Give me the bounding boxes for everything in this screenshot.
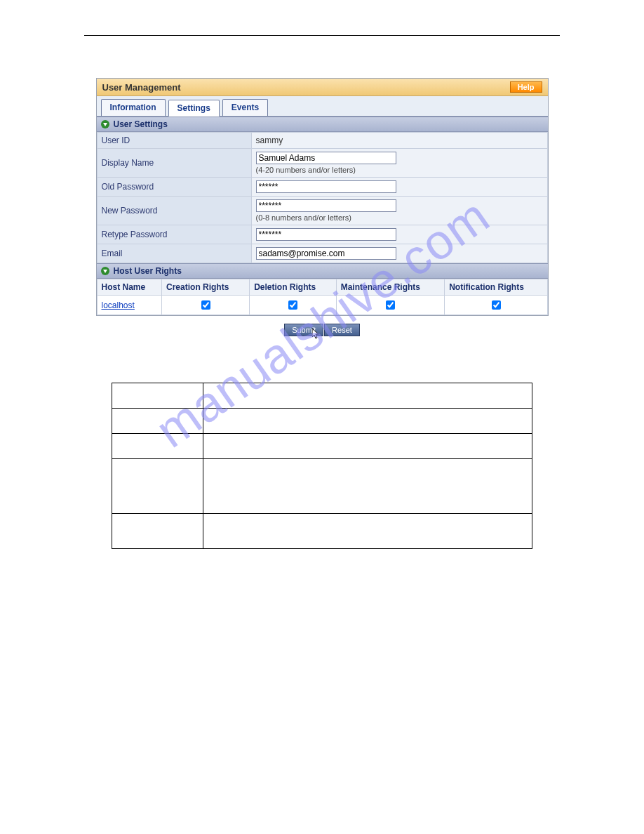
tab-information[interactable]: Information (101, 99, 166, 116)
section-host-rights: Host User Rights (97, 263, 548, 279)
retype-password-input[interactable] (256, 228, 396, 241)
host-rights-table: Host Name Creation Rights Deletion Right… (97, 279, 548, 315)
section-title: Host User Rights (114, 266, 182, 276)
panel-titlebar: User Management Help (97, 79, 548, 96)
deletion-checkbox[interactable] (288, 300, 297, 310)
display-name-label: Display Name (97, 149, 251, 178)
col-notification: Notification Rights (445, 279, 547, 296)
document-table (112, 383, 532, 549)
new-password-input[interactable] (256, 199, 396, 212)
email-label: Email (97, 244, 251, 263)
submit-button[interactable]: Submit (284, 324, 323, 336)
section-title: User Settings (114, 119, 168, 129)
panel-title: User Management (102, 82, 181, 93)
expand-icon[interactable] (101, 267, 109, 275)
table-header-row: Host Name Creation Rights Deletion Right… (97, 279, 547, 296)
new-password-label: New Password (97, 197, 251, 225)
host-link[interactable]: localhost (102, 300, 135, 310)
display-name-input[interactable] (256, 152, 396, 164)
help-button[interactable]: Help (510, 81, 542, 93)
maintenance-checkbox[interactable] (386, 300, 395, 310)
user-id-label: User ID (97, 133, 251, 149)
user-settings-form: User ID sammy Display Name (4-20 numbers… (97, 132, 548, 263)
notification-checkbox[interactable] (492, 300, 501, 310)
email-input[interactable] (256, 247, 396, 260)
new-password-hint: (0-8 numbers and/or letters) (256, 213, 543, 222)
old-password-input[interactable] (256, 180, 396, 193)
section-user-settings: User Settings (97, 117, 548, 132)
tab-events[interactable]: Events (222, 99, 268, 116)
retype-password-label: Retype Password (97, 225, 251, 244)
reset-button[interactable]: Reset (324, 324, 360, 336)
user-management-panel: User Management Help Information Setting… (96, 78, 549, 316)
col-maintenance: Maintenance Rights (336, 279, 444, 296)
user-id-value: sammy (251, 133, 547, 149)
tab-settings[interactable]: Settings (168, 100, 220, 117)
expand-icon[interactable] (101, 120, 109, 128)
button-row: Submit Reset (0, 316, 644, 340)
display-name-hint: (4-20 numbers and/or letters) (256, 166, 543, 174)
creation-checkbox[interactable] (201, 300, 210, 310)
col-deletion: Deletion Rights (250, 279, 337, 296)
page-top-rule (84, 35, 560, 36)
col-creation: Creation Rights (162, 279, 250, 296)
old-password-label: Old Password (97, 178, 251, 197)
col-host: Host Name (97, 279, 162, 296)
table-row: localhost (97, 296, 547, 315)
tab-bar: Information Settings Events (97, 96, 548, 117)
